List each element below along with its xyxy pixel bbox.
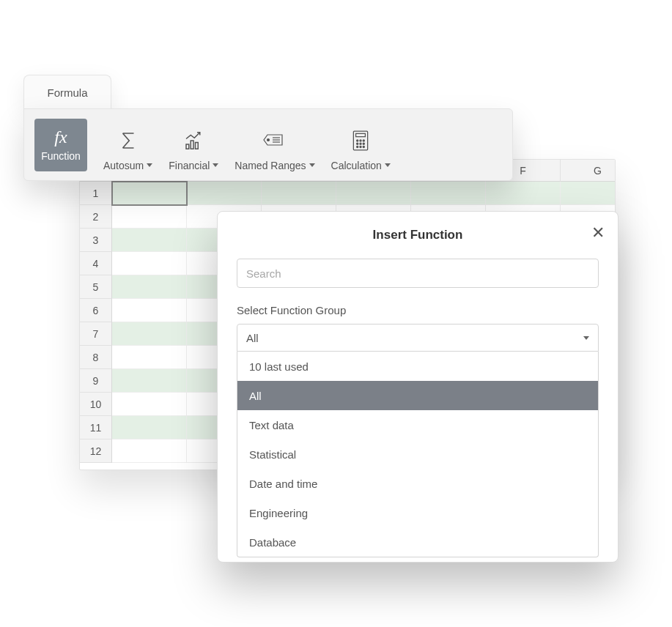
row-header[interactable]: 3	[80, 229, 112, 252]
calculation-dropdown[interactable]: Calculation	[331, 119, 391, 171]
svg-rect-2	[196, 142, 199, 149]
chevron-down-icon	[147, 163, 152, 167]
cell[interactable]	[112, 322, 187, 346]
tag-icon	[262, 131, 287, 150]
close-button[interactable]: ✕	[591, 225, 605, 241]
option-engineering[interactable]: Engineering	[237, 498, 598, 527]
cell[interactable]	[112, 275, 187, 299]
row-header[interactable]: 11	[80, 416, 112, 439]
svg-rect-1	[191, 141, 194, 149]
option-text-data[interactable]: Text data	[237, 410, 598, 439]
cell[interactable]	[112, 252, 187, 275]
svg-point-13	[360, 143, 361, 144]
cell[interactable]	[411, 182, 486, 205]
row-header[interactable]: 2	[80, 205, 112, 229]
function-button[interactable]: fx Function	[34, 119, 87, 171]
option-all[interactable]: All	[237, 381, 598, 410]
function-group-select[interactable]: All	[237, 324, 599, 352]
svg-point-3	[267, 138, 269, 141]
chevron-down-icon	[385, 163, 391, 167]
cell-a1[interactable]	[112, 182, 187, 205]
option-10-last-used[interactable]: 10 last used	[237, 352, 598, 381]
svg-point-11	[363, 139, 364, 141]
svg-point-10	[360, 139, 361, 141]
fx-icon: fx	[54, 127, 67, 147]
cell[interactable]	[112, 393, 187, 416]
cell[interactable]	[112, 205, 187, 229]
column-header[interactable]: G	[561, 160, 616, 182]
row-header[interactable]: 4	[80, 252, 112, 275]
function-group-label: Select Function Group	[237, 304, 599, 316]
function-group-dropdown: 10 last used All Text data Statistical D…	[237, 352, 599, 557]
cell[interactable]	[336, 182, 411, 205]
chart-up-icon	[182, 130, 204, 152]
ribbon-toolbar: fx Function Autosum Financial	[23, 108, 513, 181]
sigma-icon	[117, 130, 139, 152]
svg-point-9	[357, 139, 358, 141]
cell[interactable]	[187, 182, 262, 205]
ribbon-tab-formula[interactable]: Formula	[23, 75, 111, 109]
row-header[interactable]: 1	[80, 182, 112, 205]
function-button-label: Function	[41, 150, 81, 162]
row-header[interactable]: 5	[80, 275, 112, 299]
svg-point-15	[357, 146, 358, 147]
option-statistical[interactable]: Statistical	[237, 439, 598, 469]
chevron-down-icon	[583, 336, 589, 340]
cell[interactable]	[262, 182, 336, 205]
svg-point-17	[363, 146, 364, 147]
cell[interactable]	[561, 182, 616, 205]
dialog-title: Insert Function	[237, 228, 599, 242]
svg-point-16	[360, 146, 361, 147]
row-header[interactable]: 10	[80, 393, 112, 416]
chevron-down-icon	[213, 163, 218, 167]
row-header[interactable]: 9	[80, 369, 112, 393]
option-database[interactable]: Databace	[237, 527, 598, 557]
function-group-value: All	[246, 332, 259, 344]
search-input[interactable]	[237, 259, 599, 288]
row-header[interactable]: 8	[80, 346, 112, 369]
cell[interactable]	[112, 299, 187, 322]
cell[interactable]	[112, 439, 187, 463]
cell[interactable]	[112, 369, 187, 393]
calculation-label: Calculation	[331, 160, 382, 171]
insert-function-dialog: ✕ Insert Function Select Function Group …	[217, 211, 619, 563]
named-ranges-label: Named Ranges	[235, 160, 306, 171]
cell[interactable]	[486, 182, 561, 205]
calculator-icon	[351, 130, 370, 152]
cell[interactable]	[112, 416, 187, 439]
row-header[interactable]: 12	[80, 439, 112, 463]
named-ranges-dropdown[interactable]: Named Ranges	[235, 119, 314, 171]
svg-point-14	[363, 143, 364, 144]
cell[interactable]	[112, 346, 187, 369]
close-icon: ✕	[591, 223, 605, 242]
chevron-down-icon	[309, 163, 315, 167]
financial-label: Financial	[169, 160, 210, 171]
svg-point-12	[357, 143, 358, 144]
autosum-label: Autosum	[103, 160, 144, 171]
svg-rect-0	[186, 144, 189, 149]
svg-rect-8	[356, 133, 366, 136]
option-date-time[interactable]: Date and time	[237, 469, 598, 498]
autosum-dropdown[interactable]: Autosum	[103, 119, 152, 171]
financial-dropdown[interactable]: Financial	[169, 119, 218, 171]
ribbon-tab-label: Formula	[47, 86, 87, 99]
cell[interactable]	[112, 229, 187, 252]
row-header[interactable]: 7	[80, 322, 112, 346]
row-header[interactable]: 6	[80, 299, 112, 322]
